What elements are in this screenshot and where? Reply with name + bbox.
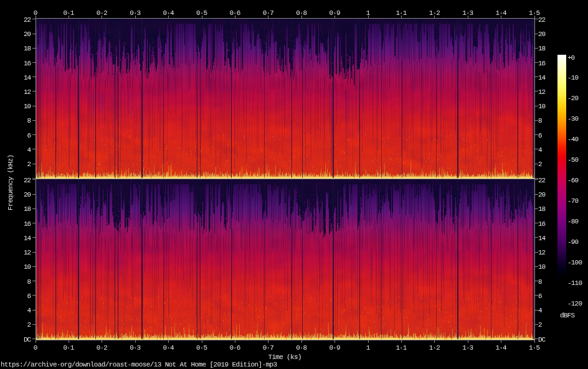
svg-text:Frequency (kHz): Frequency (kHz) xyxy=(7,154,14,210)
svg-text:18: 18 xyxy=(538,205,546,213)
svg-text:1·2: 1·2 xyxy=(429,344,440,352)
svg-text:-40: -40 xyxy=(567,136,579,143)
svg-text:0·1: 0·1 xyxy=(63,344,74,352)
svg-text:-80: -80 xyxy=(567,218,579,225)
svg-text:12: 12 xyxy=(24,88,31,96)
svg-text:-120: -120 xyxy=(567,300,582,307)
svg-text:8: 8 xyxy=(27,278,31,286)
svg-text:18: 18 xyxy=(538,45,546,52)
svg-text:18: 18 xyxy=(24,205,31,213)
svg-text:1·1: 1·1 xyxy=(396,344,407,352)
svg-text:1·3: 1·3 xyxy=(462,344,473,352)
svg-text:2: 2 xyxy=(27,321,31,329)
svg-text:16: 16 xyxy=(24,60,31,67)
svg-text:dBFS: dBFS xyxy=(560,312,575,319)
svg-text:8: 8 xyxy=(538,278,543,286)
svg-text:6: 6 xyxy=(538,132,543,139)
svg-text:https://archive·org/download/r: https://archive·org/download/roast-moose… xyxy=(1,361,277,368)
svg-text:DC: DC xyxy=(24,336,31,343)
svg-text:0·5: 0·5 xyxy=(196,344,207,352)
svg-text:10: 10 xyxy=(24,263,31,271)
svg-text:0·5: 0·5 xyxy=(196,9,207,17)
svg-text:14: 14 xyxy=(24,235,31,242)
svg-text:0·4: 0·4 xyxy=(163,344,174,352)
svg-text:Time (ks): Time (ks) xyxy=(268,353,302,361)
svg-text:16: 16 xyxy=(538,220,546,228)
svg-text:8: 8 xyxy=(538,117,543,124)
svg-text:0·8: 0·8 xyxy=(296,344,307,352)
svg-text:2: 2 xyxy=(538,161,543,168)
svg-text:12: 12 xyxy=(538,249,546,256)
svg-text:22: 22 xyxy=(538,177,546,184)
svg-text:22: 22 xyxy=(538,16,546,24)
svg-text:6: 6 xyxy=(27,132,31,139)
svg-text:12: 12 xyxy=(24,249,31,256)
svg-text:4: 4 xyxy=(27,146,31,154)
svg-text:2: 2 xyxy=(27,161,31,168)
svg-text:14: 14 xyxy=(538,235,546,242)
svg-text:10: 10 xyxy=(538,103,546,110)
svg-text:1: 1 xyxy=(366,344,371,352)
svg-text:0·7: 0·7 xyxy=(263,344,274,352)
svg-text:1·3: 1·3 xyxy=(462,9,473,17)
svg-text:14: 14 xyxy=(538,74,546,82)
svg-text:0: 0 xyxy=(34,9,38,17)
svg-text:10: 10 xyxy=(24,103,31,110)
svg-text:0·2: 0·2 xyxy=(97,344,108,352)
svg-text:-30: -30 xyxy=(567,115,579,123)
svg-text:0·3: 0·3 xyxy=(130,9,141,17)
svg-text:0·1: 0·1 xyxy=(63,9,74,17)
svg-text:0·6: 0·6 xyxy=(229,9,240,17)
svg-text:0: 0 xyxy=(34,344,38,352)
svg-text:4: 4 xyxy=(538,146,543,154)
svg-text:0·9: 0·9 xyxy=(330,9,341,17)
svg-text:0·9: 0·9 xyxy=(330,344,341,352)
svg-text:1: 1 xyxy=(366,9,371,17)
svg-text:-100: -100 xyxy=(567,259,582,266)
svg-text:22: 22 xyxy=(24,177,31,184)
svg-text:0·6: 0·6 xyxy=(229,344,240,352)
svg-text:20: 20 xyxy=(24,30,31,38)
svg-text:-90: -90 xyxy=(567,238,579,246)
svg-text:12: 12 xyxy=(538,88,546,96)
svg-text:20: 20 xyxy=(24,191,31,199)
svg-text:0·3: 0·3 xyxy=(130,344,141,352)
svg-text:1·1: 1·1 xyxy=(396,9,407,17)
svg-text:0·7: 0·7 xyxy=(263,9,274,17)
svg-text:-70: -70 xyxy=(567,197,579,205)
svg-text:14: 14 xyxy=(24,74,31,82)
svg-text:4: 4 xyxy=(538,307,543,314)
svg-text:2: 2 xyxy=(538,321,543,329)
svg-text:16: 16 xyxy=(538,60,546,67)
svg-text:6: 6 xyxy=(27,292,31,300)
svg-text:6: 6 xyxy=(538,292,543,300)
svg-text:0·8: 0·8 xyxy=(296,9,307,17)
svg-text:1·5: 1·5 xyxy=(529,344,540,352)
svg-text:10: 10 xyxy=(538,263,546,271)
svg-text:1·4: 1·4 xyxy=(496,344,507,352)
svg-text:-50: -50 xyxy=(567,156,579,164)
svg-text:0·4: 0·4 xyxy=(163,9,174,17)
svg-text:0·2: 0·2 xyxy=(97,9,108,17)
svg-text:4: 4 xyxy=(27,307,31,314)
svg-text:20: 20 xyxy=(538,191,546,199)
svg-text:-60: -60 xyxy=(567,177,579,184)
svg-text:DC: DC xyxy=(538,336,546,343)
svg-text:1·4: 1·4 xyxy=(496,9,507,17)
svg-text:-10: -10 xyxy=(567,74,579,82)
svg-text:20: 20 xyxy=(538,30,546,38)
svg-text:-110: -110 xyxy=(567,279,582,287)
svg-text:+0: +0 xyxy=(567,54,575,62)
svg-text:22: 22 xyxy=(24,16,31,24)
svg-text:8: 8 xyxy=(27,117,31,124)
svg-text:16: 16 xyxy=(24,220,31,228)
svg-text:18: 18 xyxy=(24,45,31,52)
svg-text:1·2: 1·2 xyxy=(429,9,440,17)
svg-text:-20: -20 xyxy=(567,95,579,102)
